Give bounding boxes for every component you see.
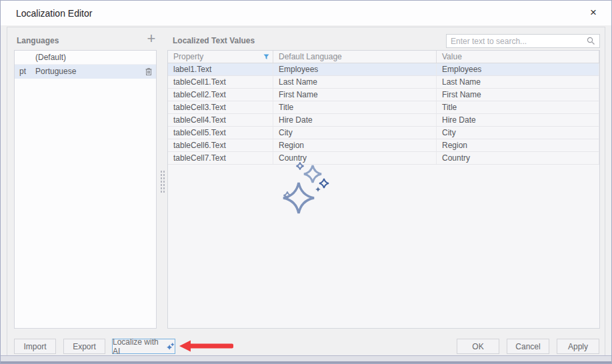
table-row[interactable]: tableCell7.Text Country Country — [168, 152, 599, 165]
table-row[interactable]: tableCell4.Text Hire Date Hire Date — [168, 114, 599, 127]
language-name: (Default) — [31, 53, 156, 62]
cell-value[interactable]: Employees — [437, 63, 599, 75]
delete-language-button[interactable] — [141, 67, 156, 76]
cell-value[interactable]: City — [437, 127, 599, 139]
cell-default-language[interactable]: City — [273, 127, 437, 139]
cell-property[interactable]: label1.Text — [168, 63, 273, 75]
grid-header-row: Property Default Language Value — [168, 51, 599, 63]
cell-default-language[interactable]: Title — [273, 101, 437, 113]
column-header-property[interactable]: Property — [168, 51, 273, 63]
export-button[interactable]: Export — [63, 339, 105, 354]
close-icon[interactable]: × — [587, 6, 600, 19]
red-arrow-annotation — [179, 340, 234, 352]
window-resize-edge — [1, 355, 611, 363]
cell-default-language[interactable]: Last Name — [273, 76, 437, 88]
table-row[interactable]: tableCell2.Text First Name First Name — [168, 89, 599, 101]
language-name: Portuguese — [31, 67, 141, 76]
cell-value[interactable]: Last Name — [437, 76, 599, 88]
languages-panel-title: Languages — [17, 36, 59, 45]
cell-property[interactable]: tableCell5.Text — [168, 127, 273, 139]
ok-button[interactable]: OK — [457, 339, 499, 354]
localized-values-grid: Property Default Language Value label1.T… — [167, 50, 600, 329]
cell-property[interactable]: tableCell2.Text — [168, 89, 273, 101]
ai-sparkle-icon — [167, 342, 175, 351]
cell-value[interactable]: Country — [437, 152, 599, 164]
page-title: Localization Editor — [16, 8, 92, 19]
cell-property[interactable]: tableCell7.Text — [168, 152, 273, 164]
cell-value[interactable]: Region — [437, 139, 599, 151]
cell-value[interactable]: Hire Date — [437, 114, 599, 126]
search-icon[interactable] — [587, 37, 599, 45]
import-button[interactable]: Import — [14, 339, 56, 354]
cell-default-language[interactable]: First Name — [273, 89, 437, 101]
languages-list: (Default) pt Portuguese — [14, 50, 157, 329]
table-row[interactable]: label1.Text Employees Employees — [168, 63, 599, 76]
cell-property[interactable]: tableCell4.Text — [168, 114, 273, 126]
search-box — [446, 34, 600, 48]
trash-icon — [145, 67, 153, 76]
localization-editor-dialog: Localization Editor × Languages + (Defau… — [0, 0, 612, 364]
cancel-button[interactable]: Cancel — [507, 339, 549, 354]
table-row[interactable]: tableCell1.Text Last Name Last Name — [168, 76, 599, 89]
cell-property[interactable]: tableCell1.Text — [168, 76, 273, 88]
table-row[interactable]: tableCell6.Text Region Region — [168, 139, 599, 152]
title-bar: Localization Editor × — [1, 1, 611, 25]
cell-default-language[interactable]: Region — [273, 139, 437, 151]
language-code: pt — [15, 67, 31, 76]
table-row[interactable]: tableCell5.Text City City — [168, 127, 599, 139]
cell-property[interactable]: tableCell3.Text — [168, 101, 273, 113]
add-language-button[interactable]: + — [143, 30, 160, 47]
panel-splitter-handle[interactable] — [160, 170, 165, 194]
cell-default-language[interactable]: Employees — [273, 63, 437, 75]
search-input[interactable] — [447, 37, 587, 46]
cell-default-language[interactable]: Hire Date — [273, 114, 437, 126]
cell-property[interactable]: tableCell6.Text — [168, 139, 273, 151]
table-row[interactable]: tableCell3.Text Title Title — [168, 101, 599, 114]
apply-button[interactable]: Apply — [557, 339, 599, 354]
ai-sparkles-illustration — [277, 157, 333, 221]
cell-value[interactable]: First Name — [437, 89, 599, 101]
dialog-content: Languages + (Default) pt Portuguese — [7, 27, 605, 356]
column-header-default-language[interactable]: Default Language — [273, 51, 437, 63]
list-item-default-language[interactable]: (Default) — [15, 51, 156, 65]
values-panel-title: Localized Text Values — [173, 36, 255, 45]
cell-value[interactable]: Title — [437, 101, 599, 113]
column-header-value[interactable]: Value — [437, 51, 599, 63]
filter-icon[interactable] — [263, 54, 269, 60]
list-item-portuguese[interactable]: pt Portuguese — [15, 65, 156, 79]
localize-with-ai-button[interactable]: Localize with AI — [112, 339, 175, 354]
